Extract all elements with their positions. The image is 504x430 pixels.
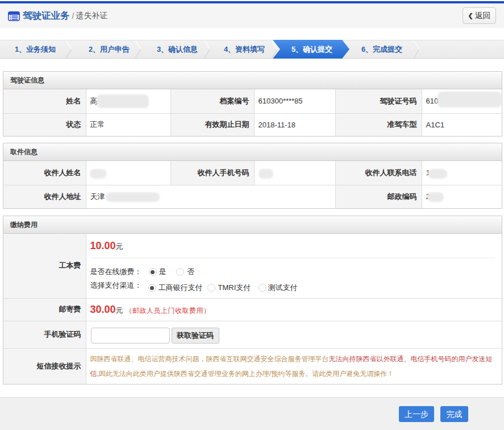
svg-text:3、确认信息: 3、确认信息 — [157, 45, 198, 53]
svg-text:1、业务须知: 1、业务须知 — [15, 45, 56, 53]
svg-text:4、资料填写: 4、资料填写 — [224, 45, 265, 53]
svg-text:5、确认提交: 5、确认提交 — [291, 45, 332, 53]
svg-text:2、用户申告: 2、用户申告 — [89, 45, 130, 53]
svg-text:6、完成提交: 6、完成提交 — [361, 45, 402, 53]
